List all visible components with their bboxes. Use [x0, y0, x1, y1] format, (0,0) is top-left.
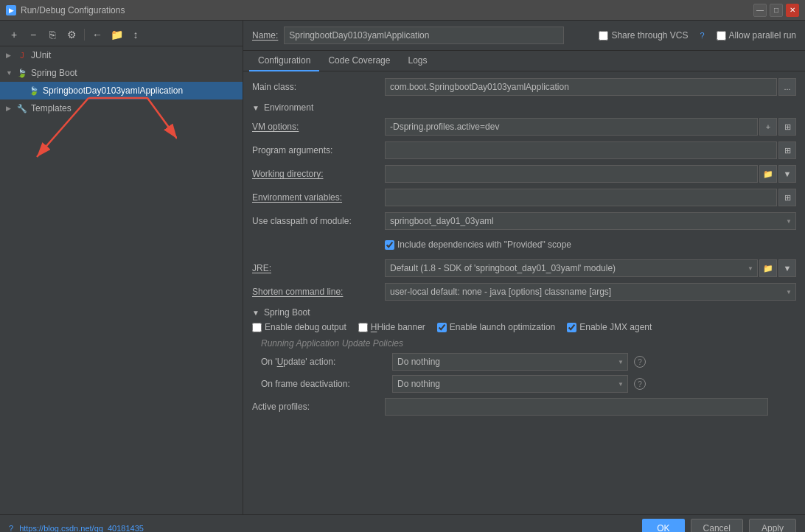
junit-label: JUnit — [31, 50, 51, 60]
junit-icon: J — [16, 49, 28, 61]
shorten-cmd-row: Shorten command line: user-local default… — [252, 282, 796, 301]
spring-checkboxes: Enable debug output HHide banner Enable … — [252, 322, 796, 332]
enable-launch-checkbox[interactable] — [437, 323, 447, 332]
share-vcs-label[interactable]: Share through VCS — [599, 30, 688, 41]
jre-folder-button[interactable]: 📁 — [759, 259, 777, 277]
on-frame-select-wrapper: Do nothing — [392, 375, 628, 393]
jre-label: JRE: — [252, 263, 385, 273]
maximize-button[interactable]: □ — [770, 4, 783, 17]
jre-dropdown-button[interactable]: ▼ — [778, 259, 796, 277]
tab-configuration[interactable]: Configuration — [249, 51, 319, 71]
templates-icon: 🔧 — [16, 102, 28, 114]
cancel-button[interactable]: Cancel — [691, 519, 743, 533]
window-title: Run/Debug Configurations — [21, 5, 125, 15]
env-vars-edit-button[interactable]: ⊞ — [778, 189, 796, 206]
program-args-label: Program arguments: — [252, 145, 385, 155]
on-update-select[interactable]: Do nothing — [392, 353, 628, 371]
classpath-select[interactable]: springboot_day01_03yaml — [385, 212, 796, 230]
working-dir-row: Working directory: 📁 ▼ — [252, 164, 796, 183]
on-update-help-icon[interactable]: ? — [634, 356, 646, 368]
hide-banner-label[interactable]: HHide banner — [358, 322, 425, 332]
vm-options-row: VM options: + ⊞ — [252, 117, 796, 136]
program-args-expand-button[interactable]: ⊞ — [778, 141, 796, 159]
vm-options-label: VM options: — [252, 122, 385, 132]
jre-select-wrapper: Default (1.8 - SDK of 'springboot_day01_… — [385, 259, 758, 277]
hide-banner-checkbox[interactable] — [358, 323, 368, 332]
enable-debug-label[interactable]: Enable debug output — [252, 322, 346, 332]
title-bar: ▶ Run/Debug Configurations — □ ✕ — [0, 0, 805, 21]
program-args-input[interactable] — [385, 141, 777, 159]
enable-debug-checkbox[interactable] — [252, 323, 262, 332]
jre-input-group: Default (1.8 - SDK of 'springboot_day01_… — [385, 259, 796, 277]
tab-logs[interactable]: Logs — [399, 51, 436, 71]
enable-launch-text: Enable launch optimization — [450, 322, 555, 332]
settings-button[interactable]: ⚙ — [63, 27, 80, 43]
help-icon-share[interactable]: ? — [700, 31, 704, 40]
enable-jmx-checkbox[interactable] — [567, 323, 576, 332]
classpath-select-wrapper: springboot_day01_03yaml — [385, 212, 796, 230]
name-input[interactable] — [284, 27, 564, 44]
on-frame-row: On frame deactivation: Do nothing ? — [261, 375, 796, 393]
allow-parallel-label[interactable]: Allow parallel run — [717, 30, 796, 41]
apply-button[interactable]: Apply — [749, 519, 796, 533]
on-update-label: On 'Update' action: — [261, 357, 386, 367]
springboot-label: Spring Boot — [31, 68, 77, 78]
sidebar-item-junit[interactable]: ▶ J JUnit — [0, 46, 243, 64]
add-config-button[interactable]: + — [6, 27, 22, 43]
enable-jmx-label[interactable]: Enable JMX agent — [567, 322, 652, 332]
arrow-left-button[interactable]: ← — [89, 27, 105, 43]
shorten-cmd-select[interactable]: user-local default: none - java [options… — [385, 283, 796, 301]
sidebar-item-app[interactable]: 🍃 SpringbootDay0103yamlApplication — [0, 82, 243, 99]
remove-config-button[interactable]: − — [25, 27, 41, 43]
sidebar-item-springboot[interactable]: ▼ 🍃 Spring Boot — [0, 64, 243, 82]
app-run-icon: 🍃 — [28, 85, 40, 97]
env-collapse-arrow[interactable]: ▼ — [252, 104, 259, 112]
on-frame-help-icon[interactable]: ? — [634, 378, 646, 390]
ok-button[interactable]: OK — [642, 519, 684, 533]
main-class-browse-button[interactable]: ... — [778, 78, 796, 96]
allow-parallel-checkbox[interactable] — [717, 31, 726, 41]
classpath-label: Use classpath of module: — [252, 216, 385, 226]
enable-jmx-text: Enable JMX agent — [579, 322, 652, 332]
working-dir-label: Working directory: — [252, 169, 385, 179]
templates-label: Templates — [31, 103, 72, 113]
app-icon: ▶ — [6, 5, 16, 15]
vm-options-icon-button[interactable]: ⊞ — [778, 118, 796, 136]
help-button[interactable]: ? — [9, 524, 13, 533]
working-dir-folder-button[interactable]: 📁 — [759, 165, 777, 183]
close-button[interactable]: ✕ — [786, 4, 799, 17]
allow-parallel-text: Allow parallel run — [729, 30, 796, 41]
copy-config-button[interactable]: ⎘ — [44, 27, 60, 43]
main-class-label: Main class: — [252, 82, 385, 92]
program-args-input-group: ⊞ — [385, 141, 796, 159]
share-vcs-checkbox[interactable] — [599, 31, 608, 41]
vm-options-input[interactable] — [385, 118, 758, 136]
spring-boot-collapse-arrow[interactable]: ▼ — [252, 309, 259, 317]
enable-launch-label[interactable]: Enable launch optimization — [437, 322, 555, 332]
main-class-input[interactable] — [385, 78, 777, 96]
toolbar-separator-1 — [84, 29, 85, 41]
folder-button[interactable]: 📁 — [108, 27, 125, 43]
sidebar: + − ⎘ ⚙ ← 📁 ↕ ▶ J JUnit ▼ 🍃 Spring Boot — [0, 21, 243, 514]
jre-select[interactable]: Default (1.8 - SDK of 'springboot_day01_… — [385, 259, 758, 277]
form-area: Main class: ... ▼ Environment VM options… — [243, 71, 805, 514]
include-deps-checkbox[interactable] — [385, 240, 394, 250]
env-vars-input[interactable] — [385, 189, 777, 206]
on-frame-select[interactable]: Do nothing — [392, 375, 628, 393]
vm-options-expand-button[interactable]: + — [759, 118, 777, 136]
content-area: Name: Share through VCS ? Allow parallel… — [243, 21, 805, 514]
springboot-icon: 🍃 — [16, 67, 28, 79]
working-dir-input[interactable] — [385, 165, 758, 183]
window-controls[interactable]: — □ ✕ — [753, 4, 799, 17]
tab-code-coverage[interactable]: Code Coverage — [319, 51, 399, 71]
working-dir-dropdown-button[interactable]: ▼ — [778, 165, 796, 183]
hide-banner-text: HHide banner — [371, 322, 425, 332]
share-section: Share through VCS ? Allow parallel run — [599, 30, 796, 41]
minimize-button[interactable]: — — [753, 4, 767, 17]
sort-button[interactable]: ↕ — [128, 27, 144, 43]
spring-boot-section-header: ▼ Spring Boot — [252, 307, 796, 318]
active-profiles-input[interactable] — [385, 398, 768, 416]
sidebar-item-templates[interactable]: ▶ 🔧 Templates — [0, 99, 243, 117]
include-deps-label[interactable]: Include dependencies with "Provided" sco… — [385, 239, 571, 250]
shorten-cmd-select-wrapper: user-local default: none - java [options… — [385, 283, 796, 301]
